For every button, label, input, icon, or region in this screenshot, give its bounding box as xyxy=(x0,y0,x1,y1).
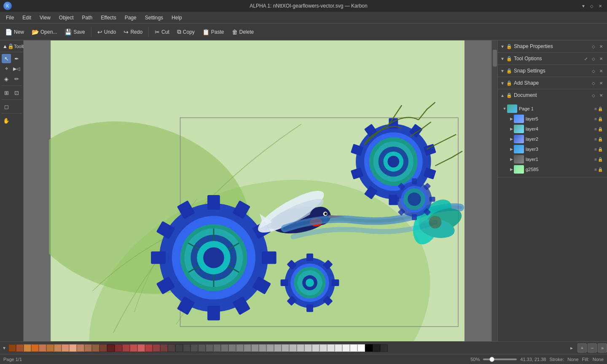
color-swatch[interactable] xyxy=(46,344,54,352)
color-swatch[interactable] xyxy=(335,344,342,352)
tree-page1[interactable]: ▼ Page 1 ≡ 🔒 xyxy=(500,104,604,114)
erase-tool[interactable]: ▶◁ xyxy=(12,64,21,73)
shape-tool[interactable]: ◻ xyxy=(2,102,11,111)
layer4-expand-icon[interactable]: ▶ xyxy=(509,126,514,131)
tree-layer4[interactable]: ▶ layer4 ≡ 🔒 xyxy=(507,124,604,134)
add-shape-close-btn[interactable]: ✕ xyxy=(598,80,604,86)
zoom-slider[interactable] xyxy=(483,359,517,360)
color-swatch[interactable] xyxy=(357,344,365,352)
menu-settings[interactable]: Settings xyxy=(141,13,167,22)
menu-page[interactable]: Page xyxy=(121,13,141,22)
color-swatch[interactable] xyxy=(228,344,236,352)
color-swatch[interactable] xyxy=(39,344,46,352)
color-swatch[interactable] xyxy=(16,344,24,352)
color-swatch[interactable] xyxy=(274,344,282,352)
scrollbar-thumb[interactable] xyxy=(493,50,497,67)
color-swatch[interactable] xyxy=(160,344,168,352)
undo-button[interactable]: ↩ Undo xyxy=(94,27,120,37)
close-button[interactable]: ✕ xyxy=(597,3,604,9)
tree-layer1[interactable]: ▶ layer1 ≡ 🔒 xyxy=(507,154,604,164)
color-swatch[interactable] xyxy=(77,344,84,352)
g2585-expand-icon[interactable]: ▶ xyxy=(509,167,514,172)
layer5-expand-icon[interactable]: ▶ xyxy=(509,116,514,121)
palette-remove-btn[interactable]: − xyxy=(588,343,597,353)
color-swatch[interactable] xyxy=(153,344,160,352)
hand-tool[interactable]: ✋ xyxy=(2,116,11,125)
palette-add-btn[interactable]: + xyxy=(577,343,587,353)
document-header[interactable]: ▲ 🔒 Document ◇ ✕ xyxy=(498,89,607,101)
menu-view[interactable]: View xyxy=(35,13,55,22)
color-swatch[interactable] xyxy=(365,344,373,352)
color-swatch[interactable] xyxy=(259,344,266,352)
layer2-expand-icon[interactable]: ▶ xyxy=(509,136,514,142)
color-swatch[interactable] xyxy=(62,344,69,352)
color-swatch[interactable] xyxy=(320,344,327,352)
canvas-area[interactable] xyxy=(24,40,492,341)
color-swatch[interactable] xyxy=(213,344,221,352)
shape-properties-header[interactable]: ▼ 🔒 Shape Properties ◇ ✕ xyxy=(498,40,607,52)
color-swatch[interactable] xyxy=(191,344,198,352)
snap-settings-restore-btn[interactable]: ◇ xyxy=(590,67,597,74)
color-swatch[interactable] xyxy=(297,344,304,352)
menu-edit[interactable]: Edit xyxy=(18,13,35,22)
color-swatch[interactable] xyxy=(107,344,115,352)
color-swatch[interactable] xyxy=(31,344,39,352)
minimize-button[interactable]: ▼ xyxy=(580,3,587,9)
color-swatch[interactable] xyxy=(54,344,62,352)
cut-button[interactable]: ✂ Cut xyxy=(151,27,173,37)
grid-tool[interactable]: ⊞ xyxy=(2,88,11,97)
add-shape-header[interactable]: ▼ 🔒 Add Shape ◇ ✕ xyxy=(498,77,607,89)
color-swatch[interactable] xyxy=(206,344,213,352)
tree-layer2[interactable]: ▶ layer2 ≡ 🔒 xyxy=(507,134,604,144)
color-swatch[interactable] xyxy=(266,344,274,352)
tree-layer3[interactable]: ▶ layer3 ≡ 🔒 xyxy=(507,144,604,154)
toolbox-lock-icon[interactable]: 🔒 xyxy=(8,43,14,49)
new-button[interactable]: 📄 New xyxy=(2,27,27,37)
edit-path-tool[interactable]: ⌖ xyxy=(2,64,11,73)
color-swatch[interactable] xyxy=(221,344,228,352)
color-swatch[interactable] xyxy=(69,344,77,352)
layer3-expand-icon[interactable]: ▶ xyxy=(509,147,514,152)
color-swatch[interactable] xyxy=(198,344,206,352)
paste-button[interactable]: 📋 Paste xyxy=(199,27,228,37)
redo-button[interactable]: ↪ Redo xyxy=(120,27,146,37)
color-swatch[interactable] xyxy=(99,344,107,352)
color-swatch[interactable] xyxy=(137,344,145,352)
toolbox-collapse-icon[interactable]: ▲ xyxy=(3,43,8,49)
color-swatch[interactable] xyxy=(327,344,335,352)
color-swatch[interactable] xyxy=(350,344,357,352)
color-swatch[interactable] xyxy=(168,344,175,352)
color-swatch[interactable] xyxy=(145,344,153,352)
color-swatch[interactable] xyxy=(244,344,251,352)
palette-scroll-right[interactable]: ▸ xyxy=(567,342,576,354)
document-restore-btn[interactable]: ◇ xyxy=(590,92,597,99)
open-button[interactable]: 📂 Open... xyxy=(28,27,60,37)
palette-more-btn[interactable]: » xyxy=(598,343,607,353)
select-tool[interactable]: ↖ xyxy=(2,54,11,63)
color-swatch[interactable] xyxy=(289,344,297,352)
document-close-btn[interactable]: ✕ xyxy=(598,92,604,99)
color-picker-tool[interactable]: ✏ xyxy=(12,74,21,83)
add-shape-restore-btn[interactable]: ◇ xyxy=(590,80,597,86)
tool-options-close-btn[interactable]: ✕ xyxy=(598,55,604,62)
color-swatch[interactable] xyxy=(183,344,191,352)
tool-options-header[interactable]: ▼ 🔒 Tool Options ⤢ ◇ ✕ xyxy=(498,53,607,64)
menu-help[interactable]: Help xyxy=(167,13,186,22)
tree-layer5[interactable]: ▶ layer5 ≡ 🔒 xyxy=(507,114,604,124)
color-swatch[interactable] xyxy=(312,344,320,352)
color-swatch[interactable] xyxy=(175,344,183,352)
color-swatch[interactable] xyxy=(8,344,16,352)
menu-file[interactable]: File xyxy=(2,13,18,22)
shape-properties-close-btn[interactable]: ✕ xyxy=(598,43,604,50)
color-swatch[interactable] xyxy=(282,344,289,352)
color-swatch[interactable] xyxy=(115,344,122,352)
color-swatch[interactable] xyxy=(84,344,92,352)
copy-button[interactable]: ⧉ Copy xyxy=(174,27,198,37)
save-button[interactable]: 💾 Save xyxy=(61,27,88,37)
page1-expand-icon[interactable]: ▼ xyxy=(502,106,507,111)
menu-effects[interactable]: Effects xyxy=(97,13,120,22)
color-swatch[interactable] xyxy=(236,344,244,352)
color-swatch[interactable] xyxy=(251,344,259,352)
tool-options-popout-btn[interactable]: ⤢ xyxy=(583,55,589,62)
color-swatch[interactable] xyxy=(24,344,31,352)
